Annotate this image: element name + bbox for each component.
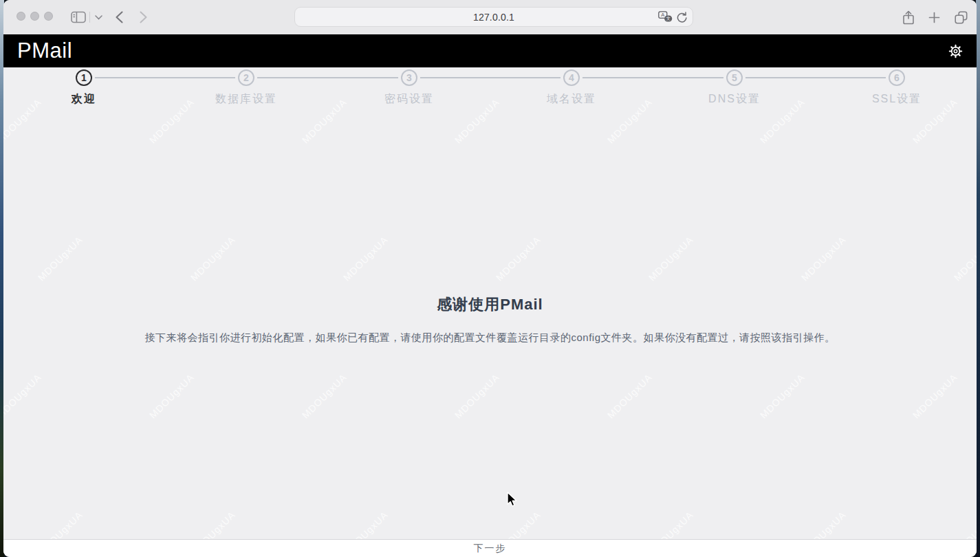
wizard-footer: 下一步 — [3, 539, 977, 557]
welcome-section: 感谢使用PMail 接下来将会指引你进行初始化配置，如果你已有配置，请使用你的配… — [3, 294, 977, 345]
step-number: 4 — [569, 72, 574, 83]
step-circle: 5 — [726, 69, 743, 86]
svg-text:A: A — [661, 12, 664, 18]
sidebar-toggle-icon[interactable] — [69, 0, 87, 34]
gear-icon[interactable] — [948, 43, 963, 59]
back-button[interactable] — [113, 0, 125, 34]
setup-steps: 1 欢迎 2 数据库设置 3 密码设置 4 域名设置 5 DNS设置 6 SSL… — [3, 67, 977, 116]
step-domain: 4 域名设置 — [516, 69, 627, 107]
step-label: DNS设置 — [679, 92, 790, 107]
step-welcome: 1 欢迎 — [29, 69, 139, 107]
maximize-window-button[interactable] — [44, 12, 53, 21]
step-circle: 2 — [238, 69, 254, 86]
step-circle: 3 — [401, 69, 417, 86]
step-number: 1 — [81, 72, 87, 83]
step-number: 6 — [894, 72, 900, 83]
tabs-icon[interactable] — [952, 0, 969, 34]
app-header: PMail — [3, 34, 977, 67]
browser-window: 127.0.0.1 A 文 — [3, 0, 977, 557]
step-label: SSL设置 — [842, 92, 952, 107]
browser-titlebar: 127.0.0.1 A 文 — [3, 0, 977, 34]
window-controls — [17, 12, 53, 21]
close-window-button[interactable] — [17, 12, 25, 21]
url-text: 127.0.0.1 — [473, 12, 514, 23]
next-step-button[interactable]: 下一步 — [474, 543, 507, 555]
step-label: 欢迎 — [29, 92, 139, 107]
step-label: 密码设置 — [354, 92, 464, 107]
chevron-down-icon[interactable] — [94, 0, 103, 34]
step-number: 2 — [243, 72, 249, 83]
step-ssl: 6 SSL设置 — [842, 69, 952, 107]
step-dns: 5 DNS设置 — [679, 69, 790, 107]
step-number: 3 — [406, 72, 412, 83]
step-circle: 1 — [76, 69, 92, 86]
page-content: MDOUgxUAMDOUgxUAMDOUgxUAMDOUgxUAMDOUgxUA… — [3, 67, 977, 539]
translate-icon[interactable]: A 文 — [658, 11, 673, 23]
step-label: 域名设置 — [516, 92, 627, 107]
reload-icon[interactable] — [677, 11, 688, 23]
address-bar[interactable]: 127.0.0.1 A 文 — [294, 7, 693, 27]
welcome-description: 接下来将会指引你进行初始化配置，如果你已有配置，请使用你的配置文件覆盖运行目录的… — [3, 331, 977, 345]
app-title: PMail — [17, 39, 72, 63]
forward-button[interactable] — [137, 0, 149, 34]
step-number: 5 — [732, 72, 737, 83]
welcome-title: 感谢使用PMail — [3, 294, 977, 315]
step-circle: 6 — [889, 69, 905, 86]
step-label: 数据库设置 — [191, 92, 301, 107]
plus-icon[interactable] — [926, 0, 941, 34]
step-circle: 4 — [563, 69, 580, 86]
svg-text:文: 文 — [666, 16, 671, 21]
share-icon[interactable] — [901, 0, 916, 34]
minimize-window-button[interactable] — [30, 12, 39, 21]
step-password: 3 密码设置 — [354, 69, 464, 107]
step-database: 2 数据库设置 — [191, 69, 301, 107]
toolbar-separator — [89, 12, 90, 23]
